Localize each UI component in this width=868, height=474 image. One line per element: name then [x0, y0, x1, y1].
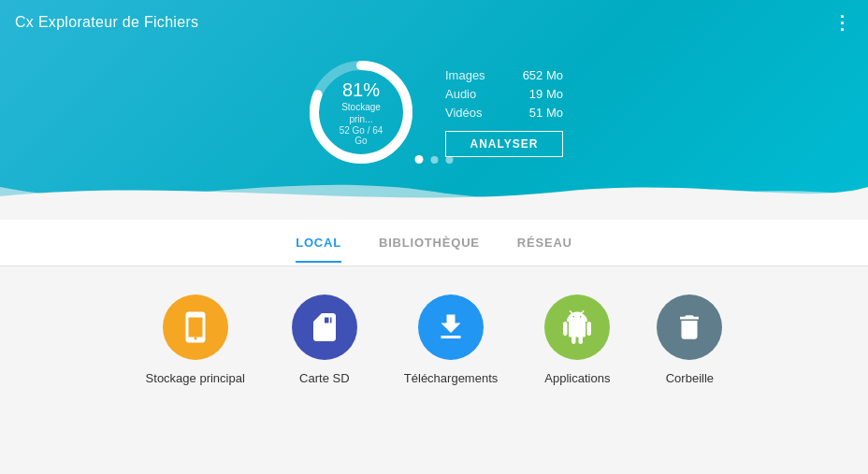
- donut-sublabel: 52 Go / 64 Go: [333, 125, 389, 146]
- label-trash: Corbeille: [666, 371, 714, 385]
- icon-item-trash[interactable]: Corbeille: [657, 294, 722, 385]
- stats-value-audio: 19 Mo: [529, 87, 563, 101]
- tab-local[interactable]: LOCAL: [296, 223, 341, 263]
- tab-reseau[interactable]: RÉSEAU: [517, 223, 572, 263]
- stats-value-videos: 51 Mo: [529, 106, 563, 120]
- top-section: Cx Explorateur de Fichiers ⋮ 81% Stockag…: [0, 0, 868, 220]
- stats-label-images: Images: [445, 68, 485, 82]
- header: Cx Explorateur de Fichiers ⋮: [0, 0, 868, 45]
- analyze-button[interactable]: ANALYSER: [445, 131, 563, 157]
- pagination-dots: [415, 155, 454, 164]
- stats-label-audio: Audio: [445, 87, 476, 101]
- donut-percent: 81%: [333, 79, 389, 101]
- tab-bar: LOCAL BIBLIOTHÈQUE RÉSEAU: [0, 220, 868, 266]
- donut-center: 81% Stockage prin... 52 Go / 64 Go: [333, 79, 389, 146]
- storage-info: 81% Stockage prin... 52 Go / 64 Go Image…: [305, 56, 563, 168]
- stats-panel: Images 652 Mo Audio 19 Mo Vidéos 51 Mo A…: [445, 68, 563, 157]
- file-icons-grid: Stockage principal Carte SD Téléchargeme…: [0, 266, 868, 404]
- stats-row-audio: Audio 19 Mo: [445, 87, 563, 101]
- icon-circle-sdcard: [292, 294, 357, 360]
- dot-2[interactable]: [431, 156, 439, 164]
- icon-item-stockage[interactable]: Stockage principal: [146, 294, 245, 385]
- storage-donut: 81% Stockage prin... 52 Go / 64 Go: [305, 56, 417, 168]
- stats-value-images: 652 Mo: [523, 68, 563, 82]
- stats-row-images: Images 652 Mo: [445, 68, 563, 82]
- more-menu-icon[interactable]: ⋮: [832, 11, 853, 34]
- icon-item-sdcard[interactable]: Carte SD: [292, 294, 357, 385]
- wave-decoration: [0, 168, 868, 220]
- icon-circle-trash: [657, 294, 722, 360]
- dot-1[interactable]: [415, 155, 424, 164]
- label-applications: Applications: [544, 371, 610, 385]
- icon-item-downloads[interactable]: Téléchargements: [404, 294, 498, 385]
- stats-row-videos: Vidéos 51 Mo: [445, 106, 563, 120]
- tab-bibliotheque[interactable]: BIBLIOTHÈQUE: [379, 223, 480, 263]
- label-downloads: Téléchargements: [404, 371, 498, 385]
- icon-item-applications[interactable]: Applications: [544, 294, 610, 385]
- dot-3[interactable]: [446, 156, 454, 164]
- label-sdcard: Carte SD: [299, 371, 349, 385]
- icon-circle-downloads: [418, 294, 484, 360]
- app-title: Cx Explorateur de Fichiers: [15, 14, 198, 31]
- icon-circle-stockage: [163, 294, 228, 360]
- icon-circle-applications: [544, 294, 610, 360]
- donut-label: Stockage prin...: [333, 101, 389, 125]
- bottom-section: LOCAL BIBLIOTHÈQUE RÉSEAU Stockage princ…: [0, 220, 868, 474]
- stats-label-videos: Vidéos: [445, 106, 483, 120]
- label-stockage: Stockage principal: [146, 371, 245, 385]
